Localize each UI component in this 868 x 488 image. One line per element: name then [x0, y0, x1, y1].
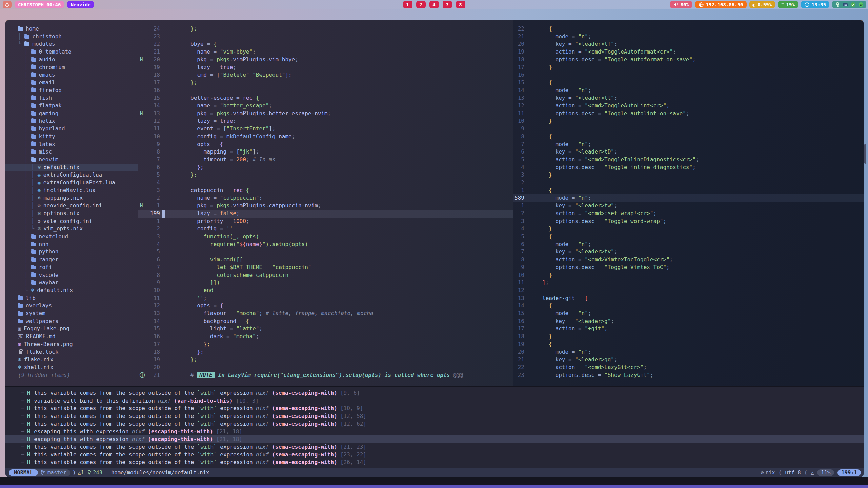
diagnostic-row[interactable]: ─Hescaping this with expressionnixf(esca… — [5, 435, 864, 443]
tree-item[interactable]: README.md — [5, 333, 138, 341]
code-line[interactable]: 6 }; — [138, 164, 513, 171]
code-line[interactable]: 20 key = "<leader>tf"; — [513, 40, 864, 48]
tree-item[interactable]: │ fish — [5, 94, 138, 102]
code-line[interactable]: 9 — [513, 125, 864, 133]
tree-item[interactable]: │ nnn — [5, 241, 138, 248]
code-line[interactable]: 16 — [513, 71, 864, 79]
code-line[interactable]: 1 priority = 1000; — [138, 218, 513, 225]
code-line[interactable]: 4 require("${name}").setup(opts) — [138, 241, 513, 248]
code-line[interactable]: 2 — [513, 179, 864, 187]
diagnostic-row[interactable]: ─Hthis variable comes from the scope out… — [5, 405, 864, 412]
code-line[interactable]: 20 — [138, 364, 513, 371]
hint-count[interactable]: 243 — [87, 470, 102, 476]
tree-item[interactable]: │ python — [5, 248, 138, 256]
code-line[interactable]: 15 light = "latte"; — [138, 325, 513, 333]
code-line[interactable]: 6 mode = "n"; — [513, 241, 864, 248]
tree-item[interactable]: shell.nix — [5, 364, 138, 371]
code-line[interactable]: 2 action = "<cmd>:set wrap!<cr>"; — [513, 210, 864, 218]
tree-item[interactable]: │ ranger — [5, 256, 138, 264]
code-line[interactable]: 3 options.desc = "Toggle word-wrap"; — [513, 218, 864, 225]
code-line[interactable]: 23 options.desc = "Show LazyGit"; — [513, 371, 864, 379]
tree-item[interactable]: │ neovim — [5, 156, 138, 164]
code-line[interactable]: 19 lazy = true; — [138, 64, 513, 72]
code-line[interactable]: 589 mode = "n"; — [513, 194, 864, 202]
code-line[interactable]: 10 config = mkDefaultConfig name; — [138, 133, 513, 141]
code-line[interactable]: 3 function(_, opts) — [138, 233, 513, 241]
code-line[interactable]: 21 mode = "n"; — [513, 33, 864, 41]
diagnostic-row[interactable]: ─Hthis variable comes from the scope out… — [5, 451, 864, 459]
tree-item[interactable]: overlays — [5, 302, 138, 310]
code-line[interactable]: 17 }; — [138, 79, 513, 87]
tree-item[interactable]: │ email — [5, 79, 138, 87]
code-line[interactable]: 8 colorscheme catppuccin — [138, 271, 513, 279]
code-line[interactable]: 13 flavour = "mocha"; # latte, frappe, m… — [138, 310, 513, 318]
tree-item[interactable]: │ nextcloud — [5, 233, 138, 241]
code-line[interactable]: 19 { — [513, 341, 864, 348]
code-line[interactable]: 4 options.desc = "Toggle inline diagnost… — [513, 164, 864, 171]
code-line[interactable]: 4 — [138, 179, 513, 187]
keyboard-icon[interactable] — [843, 2, 848, 7]
code-line[interactable]: H13 pkg = pkgs.vimPlugins.better-escape-… — [138, 110, 513, 118]
code-line[interactable]: 9 ]]) — [138, 279, 513, 287]
tree-item[interactable]: home — [5, 25, 138, 33]
diagnostic-row[interactable]: ─Hthis variable comes from the scope out… — [5, 389, 864, 397]
code-line[interactable]: 8 action = "<cmd>VimtexTocToggle<cr>"; — [513, 256, 864, 264]
diagnostic-row[interactable]: ─Hthis variable comes from the scope out… — [5, 420, 864, 428]
tree-item[interactable]: │ │ options.nix — [5, 210, 138, 218]
code-line[interactable]: 14 mode = "n"; — [513, 87, 864, 95]
code-line[interactable]: 12 action = "<cmd>ToggleAutoLint<cr>"; — [513, 102, 864, 110]
code-line[interactable]: 11 options.desc = "Toggle autolint-on-sa… — [513, 110, 864, 118]
code-line[interactable]: H20 pkg = pkgs.vimPlugins.vim-bbye; — [138, 56, 513, 64]
tree-item[interactable]: flake.lock — [5, 348, 138, 356]
diagnostic-row[interactable]: ─Hthis variable comes from the scope out… — [5, 412, 864, 420]
code-line[interactable]: 5 action = "<cmd>ToggleInlineDiagnostics… — [513, 156, 864, 164]
code-line[interactable]: 18 cmd = ["Bdelete" "Bwipeout"]; — [138, 71, 513, 79]
code-line[interactable]: 199 lazy = false; — [138, 210, 513, 218]
tree-item[interactable]: │ │ inclineNavic.lua — [5, 187, 138, 195]
tree-item[interactable]: wallpapers — [5, 318, 138, 325]
tree-item[interactable]: │ audio — [5, 56, 138, 64]
code-line[interactable]: 16 key = "<leader>g"; — [513, 318, 864, 325]
tree-item[interactable]: │ helix — [5, 117, 138, 125]
code-line[interactable]: 21 key = "<leader>gg"; — [513, 356, 864, 364]
tree-item[interactable]: │ │ neovide_config.ini — [5, 202, 138, 210]
tree-item[interactable]: │ latex — [5, 141, 138, 148]
code-line[interactable]: 2 name = "catppuccin"; — [138, 194, 513, 202]
code-line[interactable]: 22 action = "<cmd>LazyGit<cr>"; — [513, 364, 864, 371]
clock-widget[interactable]: 13:35 — [801, 1, 829, 8]
code-line[interactable]: 17 }; — [138, 341, 513, 348]
code-line[interactable]: 7 let $BAT_THEME = "catppuccin" — [138, 264, 513, 271]
tree-item[interactable]: └ modules — [5, 40, 138, 48]
code-line[interactable]: 3 catppuccin = rec { — [138, 187, 513, 195]
tree-item[interactable]: flake.nix — [5, 356, 138, 364]
code-line[interactable]: 9 opts = { — [138, 141, 513, 148]
code-line[interactable]: 16 — [138, 87, 513, 95]
diagnostic-row[interactable]: ─Hthis variable comes from the scope out… — [5, 443, 864, 451]
code-line[interactable]: 6 vim.cmd([[ — [138, 256, 513, 264]
tree-item[interactable]: │ christoph — [5, 33, 138, 41]
keepass-key-icon[interactable] — [835, 2, 840, 7]
tree-item[interactable]: │ hyprland — [5, 125, 138, 133]
diagnostic-row[interactable]: ─Hthis variable comes from the scope out… — [5, 459, 864, 466]
code-line[interactable]: 8 mapping = ["jk"]; — [138, 148, 513, 156]
code-line[interactable]: 12 — [513, 287, 864, 294]
code-line[interactable]: 4 } — [513, 225, 864, 233]
code-line[interactable]: 14 { — [513, 302, 864, 310]
user-clock-widget[interactable]: CHRISTOPH 00:46 — [15, 1, 64, 8]
code-line[interactable]: 1 { — [513, 187, 864, 195]
code-line[interactable]: 14 background = { — [138, 318, 513, 325]
active-window-widget[interactable]: Neovide — [67, 1, 94, 8]
code-line[interactable]: 11]; — [513, 279, 864, 287]
code-line[interactable]: 9 options.desc = "Toggle Vimtex ToC"; — [513, 264, 864, 271]
code-line[interactable]: 5 }; — [138, 171, 513, 179]
network-widget[interactable]: 192.168.86.50 — [695, 1, 747, 8]
tree-item[interactable]: │ waybar — [5, 279, 138, 287]
code-line[interactable]: 3 } — [513, 171, 864, 179]
code-line[interactable]: 7 timeout = 200; # In ms — [138, 156, 513, 164]
tree-item[interactable]: │ │ default.nix — [5, 164, 138, 171]
workspace-button[interactable]: 7 — [443, 1, 452, 8]
cpu-load-widget[interactable]: ◐ 0.59% — [749, 1, 775, 8]
tree-item[interactable]: lib — [5, 294, 138, 302]
code-line[interactable]: 11 ''; — [138, 294, 513, 302]
code-line[interactable]: 15 { — [513, 79, 864, 87]
